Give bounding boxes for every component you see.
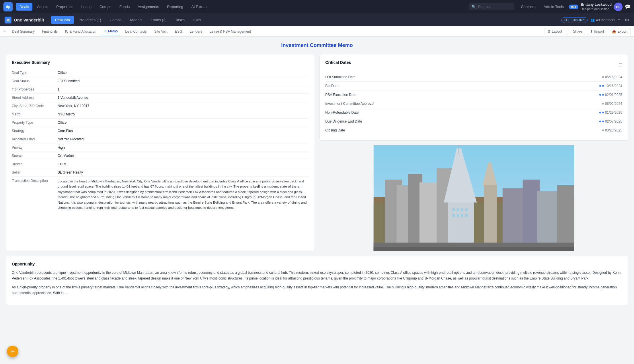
sub-tab-lease-psa[interactable]: Lease & PSA Management <box>206 28 254 35</box>
sub-tab-ic-fund[interactable]: IC & Fund Allocation <box>62 28 100 35</box>
dot-icon-2 <box>602 112 604 113</box>
import-button[interactable]: ⬇ Import <box>587 28 607 35</box>
dot-icon <box>602 103 604 105</box>
svg-rect-15 <box>461 208 463 211</box>
more-icon[interactable]: ••• <box>625 17 629 23</box>
nav-loans[interactable]: Loans <box>78 3 95 11</box>
share-button[interactable]: ↑ Share <box>567 28 585 35</box>
export-button[interactable]: 📤 Export <box>609 28 631 35</box>
date-closing: Closing Date 03/23/2025 <box>325 126 623 135</box>
sub-tab-ic-memo[interactable]: IC Memo <box>100 28 121 35</box>
svg-rect-16 <box>465 208 467 211</box>
nav-ai-extract[interactable]: AI Extract <box>188 3 211 11</box>
svg-rect-26 <box>373 247 574 251</box>
deal-header: 🏢 One Vanderbilt Deal Info Properties (1… <box>0 14 634 26</box>
messages-icon[interactable]: 💬 <box>625 4 631 9</box>
sub-tab-site-visit[interactable]: Site Visit <box>151 28 171 35</box>
dot-icon-2 <box>602 121 604 122</box>
page-title: Investment Committee Memo <box>6 42 628 48</box>
sub-tab-financials[interactable]: Financials <box>39 28 61 35</box>
nav-funds[interactable]: Funds <box>116 3 133 11</box>
nav-assets[interactable]: Assets <box>34 3 52 11</box>
avatar[interactable]: BL <box>614 3 623 11</box>
date-non-refundable: Non-Refundable Date 01/29/2025 <box>325 108 623 117</box>
members-info: 👥 49 members <box>590 18 615 22</box>
dot-icon <box>599 94 601 96</box>
field-deal-type: Deal Type Office <box>12 69 309 77</box>
deal-tab-files[interactable]: Files <box>189 16 205 24</box>
opportunity-title: Opportunity <box>12 262 622 266</box>
date-loi-submitted: LOI Submitted Date 05/16/2024 <box>325 73 623 82</box>
field-transaction-desc: Transaction Description Located in the h… <box>12 177 309 212</box>
opportunity-text-1: One Vanderbilt represents a unique inves… <box>12 270 622 282</box>
deal-tabs: Deal Info Properties (1) Comps Models Lo… <box>51 16 205 24</box>
svg-rect-10 <box>458 145 459 154</box>
sub-tab-lenders[interactable]: Lenders <box>186 28 206 35</box>
date-value: 08/02/2024 <box>605 102 622 106</box>
search-icon: 🔍 <box>471 5 476 9</box>
deal-header-right: LOI Submitted 👥 49 members 〜 ••• <box>561 17 629 23</box>
nav-right: Contacts Admin Tools 99+ Brittany Lockwo… <box>518 3 631 11</box>
members-count: 49 members <box>596 18 615 22</box>
deal-tab-loans[interactable]: Loans (3) <box>147 16 171 24</box>
activity-icon[interactable]: 〜 <box>618 17 622 23</box>
nav-reporting[interactable]: Reporting <box>164 3 187 11</box>
executive-summary-card: Executive Summary Deal Type Office Deal … <box>6 54 315 251</box>
edit-fab[interactable]: ✏ <box>7 346 18 357</box>
main-content: Investment Committee Memo Executive Summ… <box>0 37 634 364</box>
field-property-type: Property Type Office <box>12 119 309 127</box>
import-icon: ⬇ <box>590 29 593 34</box>
layout-icon: ⊞ <box>548 29 551 34</box>
deal-tab-comps[interactable]: Comps <box>106 16 126 24</box>
deal-tab-tasks[interactable]: Tasks <box>171 16 189 24</box>
sub-tab-esg[interactable]: ESG <box>171 28 186 35</box>
sub-nav: ≡ Deal Summary Financials IC & Fund Allo… <box>0 26 634 37</box>
svg-rect-17 <box>452 214 454 217</box>
user-info: Brittany Lockwood Dealpath Acquisition <box>581 3 612 11</box>
city-image-container <box>319 145 629 251</box>
contacts-button[interactable]: Contacts <box>518 3 538 10</box>
field-allocated-fund: Allocated Fund Not Yet Allocated <box>12 135 309 143</box>
export-icon: 📤 <box>612 29 616 34</box>
notification-badge[interactable]: 99+ <box>569 5 578 9</box>
svg-rect-19 <box>461 214 463 217</box>
date-bid: Bid Date 10/16/2024 <box>325 82 623 90</box>
dot-icon <box>602 76 604 78</box>
nav-assignments[interactable]: Assignments <box>134 3 162 11</box>
nav-deals[interactable]: Deals <box>16 3 32 11</box>
field-city-state-zip: City, State, ZIP Code New York, NY 10017 <box>12 102 309 110</box>
date-value: 05/16/2024 <box>605 75 622 79</box>
bottom-section: Opportunity One Vanderbilt represents a … <box>6 256 628 305</box>
opportunity-text-2: As a high-priority property in one of th… <box>12 284 622 296</box>
deal-tab-properties[interactable]: Properties (1) <box>75 16 105 24</box>
deal-tab-models[interactable]: Models <box>126 16 146 24</box>
field-seller: Seller SL Green Realty <box>12 168 309 177</box>
dot-icon-2 <box>602 94 604 96</box>
sub-tab-contacts[interactable]: Deal Contacts <box>122 28 150 35</box>
edit-icon: ✏ <box>11 349 15 354</box>
collapse-icon[interactable]: ▢ <box>619 62 622 67</box>
field-street-address: Street Address 1 Vanderbilt Avenue <box>12 94 309 102</box>
admin-tools-button[interactable]: Admin Tools <box>541 3 567 10</box>
layout-button[interactable]: ⊞ Layout <box>545 28 565 35</box>
critical-dates-card: Critical Dates ▢ LOI Submitted Date 05/1… <box>319 54 629 141</box>
svg-rect-21 <box>502 188 525 251</box>
sub-nav-right: ⊞ Layout ↑ Share ⬇ Import 📤 Export <box>545 28 631 35</box>
date-value: 03/23/2025 <box>605 128 622 132</box>
deal-tab-info[interactable]: Deal Info <box>51 16 74 24</box>
field-broker: Broker CBRE <box>12 160 309 168</box>
svg-rect-4 <box>396 185 408 251</box>
date-due-diligence: Due Diligence End Date 02/07/2025 <box>325 117 623 126</box>
status-badge[interactable]: LOI Submitted <box>561 17 588 23</box>
sub-tab-summary[interactable]: Deal Summary <box>9 28 38 35</box>
date-value: 02/01/2025 <box>605 93 622 97</box>
field-source: Source On-Market <box>12 152 309 160</box>
search-box[interactable]: 🔍 Search <box>469 3 514 10</box>
search-placeholder: Search <box>478 5 489 9</box>
date-value: 10/16/2024 <box>605 84 622 88</box>
nav-properties[interactable]: Properties <box>53 3 77 11</box>
city-skyline-svg <box>319 145 629 251</box>
nav-comps[interactable]: Comps <box>96 3 115 11</box>
hamburger-icon[interactable]: ≡ <box>3 29 6 34</box>
dot-icon <box>599 85 601 87</box>
